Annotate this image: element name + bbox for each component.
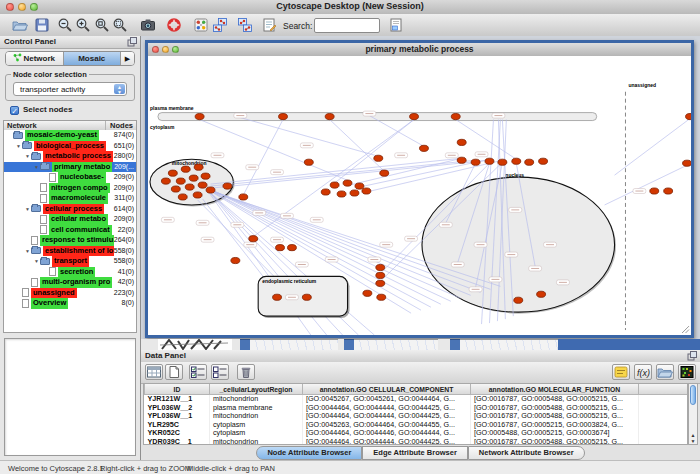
table-cell[interactable]	[639, 395, 689, 404]
vizmapper-icon[interactable]	[193, 17, 209, 33]
background-window-sliver[interactable]	[354, 339, 438, 350]
float-panel-icon[interactable]	[687, 351, 697, 361]
table-cell[interactable]	[639, 421, 689, 430]
annotation-icon[interactable]	[261, 17, 277, 33]
search-input[interactable]	[314, 18, 380, 33]
table-cell[interactable]: YKR052C	[145, 429, 210, 438]
table-cell[interactable]: cytoplasm	[210, 429, 303, 438]
tree-row[interactable]: cell communicat22(0)	[4, 225, 136, 236]
expand-triangle[interactable]: ▼	[15, 141, 22, 152]
import-icon[interactable]	[656, 364, 674, 380]
gene-nodes[interactable]	[161, 113, 691, 303]
background-window-edge[interactable]	[450, 339, 460, 350]
zoom-out-icon[interactable]	[57, 17, 73, 33]
tree-row[interactable]: multi-organism pro42(0)	[4, 277, 136, 288]
attribute-icon[interactable]	[388, 17, 404, 33]
table-cell[interactable]: plasma membrane	[210, 404, 303, 413]
table-row[interactable]: YPL036W__2plasma membrane[GO:0044464, GO…	[145, 404, 689, 413]
zoom-in-icon[interactable]	[75, 17, 91, 33]
table-row[interactable]: YJR121W__1mitochondrion[GO:0045267, GO:0…	[145, 395, 689, 404]
expand-triangle[interactable]: ▼	[33, 162, 40, 173]
table-cell[interactable]: [GO:0045267, GO:0045261, GO:0044464, G..…	[303, 395, 471, 404]
table-column-header[interactable]: annotation.GO CELLULAR_COMPONENT	[303, 384, 471, 395]
table-cell[interactable]: [GO:0016787, GO:0005215, GO:0003824, G..…	[471, 421, 639, 430]
table-cell[interactable]: YDR039C__1	[145, 438, 210, 445]
network-canvas[interactable]: plasma membranecytoplasmmitochondrionnuc…	[148, 56, 691, 335]
tab-mosaic[interactable]: Mosaic	[64, 52, 122, 65]
network-overlay-icon-2[interactable]	[237, 17, 253, 33]
table-cell[interactable]: [GO:0044464, GO:0044444, GO:0044425, G..…	[303, 438, 471, 445]
tree-row[interactable]: nitrogen compo209(0)	[4, 183, 136, 194]
formula-icon[interactable]: f(x)	[634, 364, 652, 380]
table-cell[interactable]: [GO:0016787, GO:0005488, GO:0005215, G..…	[471, 412, 639, 421]
help-icon[interactable]	[166, 17, 182, 33]
table-column-header[interactable]: annotation.GO MOLECULAR_FUNCTION	[471, 384, 639, 395]
table-cell[interactable]: [GO:0045263, GO:0044464, GO:0044455, G..…	[303, 421, 471, 430]
table-cell[interactable]: mitochondrion	[210, 438, 303, 445]
tree-row[interactable]: ▼establishment of lo558(0)	[4, 246, 136, 257]
tab-network-attribute-browser[interactable]: Network Attribute Browser	[468, 446, 585, 460]
scrollbar-thumb[interactable]	[690, 385, 696, 405]
table-cell[interactable]: [GO:0044464, GO:0044444, GO:0044425, G..…	[303, 412, 471, 421]
table-cell[interactable]: [GO:0016787, GO:0005488, GO:0005215, G..…	[471, 438, 639, 445]
table-column-header[interactable]: ID	[145, 384, 210, 395]
tree-row[interactable]: cellular metabo209(0)	[4, 214, 136, 225]
table-cell[interactable]	[639, 412, 689, 421]
table-cell[interactable]: YJR121W__1	[145, 395, 210, 404]
delete-attribute-icon[interactable]	[237, 364, 255, 380]
background-network-sketch[interactable]	[158, 339, 232, 350]
network-overlay-icon[interactable]	[212, 17, 228, 33]
select-nodes-checkbox[interactable]: ✓Select nodes	[10, 104, 72, 115]
background-window-sliver[interactable]	[460, 339, 558, 350]
background-window-edge[interactable]	[240, 339, 250, 350]
snapshot-icon[interactable]	[140, 17, 156, 33]
resize-grip-icon[interactable]	[682, 326, 689, 333]
table-cell[interactable]: [GO:0005488, GO:0005215, GO:0003674]	[471, 429, 639, 438]
table-cell[interactable]: [GO:0044464, GO:0044446, GO:0044444, G..…	[303, 429, 471, 438]
background-window-sliver[interactable]	[250, 339, 338, 350]
zoom-fit-icon[interactable]	[112, 17, 128, 33]
tree-row[interactable]: mosaic-demo-yeast874(0)	[4, 130, 136, 141]
tabs-overflow-button[interactable]: ▶	[121, 52, 134, 65]
float-panel-icon[interactable]	[127, 37, 137, 47]
dropdown-stepper-icon[interactable]: ▲▼	[114, 84, 125, 94]
tree-row[interactable]: ▼metabolic process280(0)	[4, 151, 136, 162]
tree-row[interactable]: secretion41(0)	[4, 267, 136, 278]
tree-row[interactable]: ▼cellular process614(0)	[4, 204, 136, 215]
background-window-edge[interactable]	[344, 339, 354, 350]
expand-triangle[interactable]: ▼	[33, 256, 40, 267]
table-cell[interactable]: cytoplasm	[210, 421, 303, 430]
tab-network[interactable]: Network	[6, 52, 64, 65]
table-cell[interactable]: [GO:0016787, GO:0005488, GO:0005215, G..…	[471, 395, 639, 404]
tree-row[interactable]: Overview8(0)	[4, 298, 136, 309]
table-row[interactable]: YDR039C__1mitochondrion[GO:0044464, GO:0…	[145, 438, 689, 445]
node-color-dropdown[interactable]: transporter activity ▲▼	[13, 82, 127, 96]
table-cell[interactable]: YPL036W__2	[145, 404, 210, 413]
background-window-frame[interactable]	[558, 339, 700, 350]
table-column-header[interactable]: _cellularLayoutRegion	[210, 384, 303, 395]
table-cell[interactable]	[639, 429, 689, 438]
table-cell[interactable]: YPL036W__1	[145, 412, 210, 421]
save-icon[interactable]	[34, 17, 50, 33]
table-cell[interactable]	[639, 438, 689, 445]
tree-row[interactable]: unassigned223(0)	[4, 288, 136, 299]
tree-row[interactable]: response to stimulu264(0)	[4, 235, 136, 246]
label-icon[interactable]	[612, 364, 630, 380]
tree-row[interactable]: ▼biological_process651(0)	[4, 141, 136, 152]
expand-triangle[interactable]: ▼	[24, 151, 31, 162]
table-cell[interactable]: YLR295C	[145, 421, 210, 430]
tree-row[interactable]: ▼transport558(0)	[4, 256, 136, 267]
table-row[interactable]: YPL036W__1mitochondrion[GO:0044464, GO:0…	[145, 412, 689, 421]
table-column-header[interactable]	[639, 384, 689, 395]
table-row[interactable]: YLR295Ccytoplasm[GO:0045263, GO:0044464,…	[145, 421, 689, 430]
attribute-table[interactable]: ID_cellularLayoutRegionannotation.GO CEL…	[143, 383, 688, 445]
grid-icon[interactable]	[145, 364, 163, 380]
table-cell[interactable]: mitochondrion	[210, 395, 303, 404]
expand-triangle[interactable]: ▼	[24, 246, 31, 257]
table-cell[interactable]: [GO:0044464, GO:0044444, GO:0044425, G..…	[303, 404, 471, 413]
table-row[interactable]: YKR052Ccytoplasm[GO:0044464, GO:0044446,…	[145, 429, 689, 438]
scrollbar-arrows[interactable]: ▲▼	[689, 432, 697, 444]
table-cell[interactable]: mitochondrion	[210, 412, 303, 421]
tab-edge-attribute-browser[interactable]: Edge Attribute Browser	[362, 446, 467, 460]
select-attributes-icon[interactable]	[189, 364, 207, 380]
